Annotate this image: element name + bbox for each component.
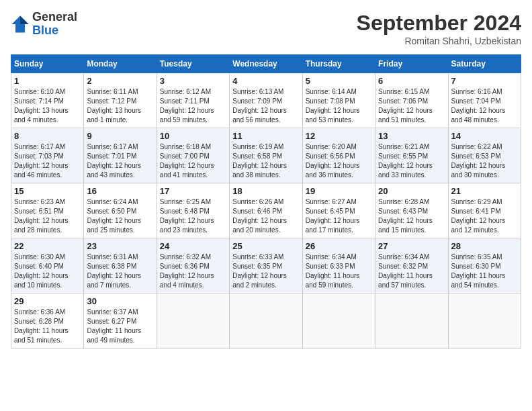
calendar-cell: 2Sunrise: 6:11 AMSunset: 7:12 PMDaylight… (84, 73, 157, 128)
day-detail: Sunrise: 6:31 AMSunset: 6:38 PMDaylight:… (87, 253, 153, 290)
day-number: 27 (378, 241, 445, 251)
day-number: 8 (14, 131, 81, 141)
calendar-header-friday: Friday (375, 55, 448, 73)
calendar-cell (448, 293, 521, 349)
calendar-header-wednesday: Wednesday (230, 55, 302, 73)
calendar-cell: 3Sunrise: 6:12 AMSunset: 7:11 PMDaylight… (157, 73, 229, 128)
day-detail: Sunrise: 6:20 AMSunset: 6:56 PMDaylight:… (306, 142, 372, 180)
title-block: September 2024 Romitan Shahri, Uzbekista… (357, 11, 521, 46)
day-number: 26 (306, 241, 372, 251)
calendar-header-saturday: Saturday (448, 55, 521, 73)
logo-general-text: General (32, 11, 77, 24)
day-number: 12 (306, 131, 372, 141)
calendar-header-tuesday: Tuesday (157, 55, 229, 73)
calendar-table: SundayMondayTuesdayWednesdayThursdayFrid… (11, 54, 521, 349)
calendar-cell: 16Sunrise: 6:24 AMSunset: 6:50 PMDayligh… (84, 183, 157, 238)
day-number: 23 (87, 241, 153, 251)
calendar-week-row: 1Sunrise: 6:10 AMSunset: 7:14 PMDaylight… (11, 73, 521, 128)
day-number: 7 (451, 76, 518, 86)
day-detail: Sunrise: 6:15 AMSunset: 7:06 PMDaylight:… (378, 87, 445, 125)
day-detail: Sunrise: 6:10 AMSunset: 7:14 PMDaylight:… (14, 87, 81, 125)
day-number: 11 (232, 131, 299, 141)
day-number: 3 (160, 76, 226, 86)
svg-marker-1 (20, 15, 29, 24)
day-detail: Sunrise: 6:16 AMSunset: 7:04 PMDaylight:… (451, 87, 518, 125)
calendar-cell: 27Sunrise: 6:34 AMSunset: 6:32 PMDayligh… (375, 238, 448, 293)
day-number: 1 (14, 76, 81, 86)
day-number: 5 (306, 76, 372, 86)
day-detail: Sunrise: 6:34 AMSunset: 6:33 PMDaylight:… (306, 253, 372, 290)
day-number: 4 (232, 76, 299, 86)
calendar-cell: 19Sunrise: 6:27 AMSunset: 6:45 PMDayligh… (302, 183, 375, 238)
calendar-cell: 17Sunrise: 6:25 AMSunset: 6:48 PMDayligh… (157, 183, 229, 238)
day-number: 24 (160, 241, 226, 251)
calendar-cell: 1Sunrise: 6:10 AMSunset: 7:14 PMDaylight… (11, 73, 84, 128)
day-detail: Sunrise: 6:17 AMSunset: 7:01 PMDaylight:… (87, 142, 153, 180)
calendar-cell (157, 293, 229, 349)
calendar-header-sunday: Sunday (11, 55, 84, 73)
day-detail: Sunrise: 6:14 AMSunset: 7:08 PMDaylight:… (306, 87, 372, 125)
logo-blue-text: Blue (32, 24, 77, 38)
day-number: 28 (451, 241, 518, 251)
day-detail: Sunrise: 6:37 AMSunset: 6:27 PMDaylight:… (87, 308, 153, 345)
day-detail: Sunrise: 6:17 AMSunset: 7:03 PMDaylight:… (14, 142, 81, 180)
day-number: 20 (378, 186, 445, 196)
calendar-cell: 28Sunrise: 6:35 AMSunset: 6:30 PMDayligh… (448, 238, 521, 293)
day-number: 18 (232, 186, 299, 196)
day-number: 14 (451, 131, 518, 141)
day-number: 25 (232, 241, 299, 251)
calendar-cell: 22Sunrise: 6:30 AMSunset: 6:40 PMDayligh… (11, 238, 84, 293)
calendar-cell: 8Sunrise: 6:17 AMSunset: 7:03 PMDaylight… (11, 128, 84, 183)
day-number: 22 (14, 241, 81, 251)
calendar-cell (302, 293, 375, 349)
calendar-header-thursday: Thursday (302, 55, 375, 73)
day-detail: Sunrise: 6:24 AMSunset: 6:50 PMDaylight:… (87, 197, 153, 235)
day-detail: Sunrise: 6:33 AMSunset: 6:35 PMDaylight:… (232, 253, 299, 290)
day-number: 29 (14, 296, 81, 306)
calendar-cell: 7Sunrise: 6:16 AMSunset: 7:04 PMDaylight… (448, 73, 521, 128)
calendar-week-row: 22Sunrise: 6:30 AMSunset: 6:40 PMDayligh… (11, 238, 521, 293)
day-number: 15 (14, 186, 81, 196)
day-detail: Sunrise: 6:35 AMSunset: 6:30 PMDaylight:… (451, 253, 518, 290)
calendar-cell: 9Sunrise: 6:17 AMSunset: 7:01 PMDaylight… (84, 128, 157, 183)
calendar-cell: 21Sunrise: 6:29 AMSunset: 6:41 PMDayligh… (448, 183, 521, 238)
day-detail: Sunrise: 6:11 AMSunset: 7:12 PMDaylight:… (87, 87, 153, 125)
calendar-cell: 20Sunrise: 6:28 AMSunset: 6:43 PMDayligh… (375, 183, 448, 238)
calendar-cell: 18Sunrise: 6:26 AMSunset: 6:46 PMDayligh… (230, 183, 302, 238)
day-detail: Sunrise: 6:27 AMSunset: 6:45 PMDaylight:… (306, 197, 372, 235)
calendar-cell: 5Sunrise: 6:14 AMSunset: 7:08 PMDaylight… (302, 73, 375, 128)
day-detail: Sunrise: 6:36 AMSunset: 6:28 PMDaylight:… (14, 308, 81, 345)
day-number: 10 (160, 131, 226, 141)
day-number: 19 (306, 186, 372, 196)
calendar-cell: 4Sunrise: 6:13 AMSunset: 7:09 PMDaylight… (230, 73, 302, 128)
calendar-cell: 15Sunrise: 6:23 AMSunset: 6:51 PMDayligh… (11, 183, 84, 238)
calendar-week-row: 29Sunrise: 6:36 AMSunset: 6:28 PMDayligh… (11, 293, 521, 349)
day-number: 6 (378, 76, 445, 86)
day-detail: Sunrise: 6:18 AMSunset: 7:00 PMDaylight:… (160, 142, 226, 180)
day-number: 13 (378, 131, 445, 141)
day-number: 21 (451, 186, 518, 196)
day-detail: Sunrise: 6:23 AMSunset: 6:51 PMDaylight:… (14, 197, 81, 235)
calendar-cell: 10Sunrise: 6:18 AMSunset: 7:00 PMDayligh… (157, 128, 229, 183)
calendar-cell: 30Sunrise: 6:37 AMSunset: 6:27 PMDayligh… (84, 293, 157, 349)
day-detail: Sunrise: 6:12 AMSunset: 7:11 PMDaylight:… (160, 87, 226, 125)
calendar-cell: 25Sunrise: 6:33 AMSunset: 6:35 PMDayligh… (230, 238, 302, 293)
day-number: 2 (87, 76, 153, 86)
day-detail: Sunrise: 6:32 AMSunset: 6:36 PMDaylight:… (160, 253, 226, 290)
calendar-cell (230, 293, 302, 349)
day-detail: Sunrise: 6:34 AMSunset: 6:32 PMDaylight:… (378, 253, 445, 290)
location-title: Romitan Shahri, Uzbekistan (357, 36, 521, 46)
day-number: 16 (87, 186, 153, 196)
calendar-cell: 26Sunrise: 6:34 AMSunset: 6:33 PMDayligh… (302, 238, 375, 293)
day-detail: Sunrise: 6:29 AMSunset: 6:41 PMDaylight:… (451, 197, 518, 235)
page-header: General Blue September 2024 Romitan Shah… (11, 11, 521, 46)
day-detail: Sunrise: 6:25 AMSunset: 6:48 PMDaylight:… (160, 197, 226, 235)
calendar-week-row: 15Sunrise: 6:23 AMSunset: 6:51 PMDayligh… (11, 183, 521, 238)
calendar-cell: 14Sunrise: 6:22 AMSunset: 6:53 PMDayligh… (448, 128, 521, 183)
month-title: September 2024 (357, 11, 521, 36)
calendar-cell: 12Sunrise: 6:20 AMSunset: 6:56 PMDayligh… (302, 128, 375, 183)
calendar-cell: 13Sunrise: 6:21 AMSunset: 6:55 PMDayligh… (375, 128, 448, 183)
calendar-cell: 29Sunrise: 6:36 AMSunset: 6:28 PMDayligh… (11, 293, 84, 349)
calendar-cell: 6Sunrise: 6:15 AMSunset: 7:06 PMDaylight… (375, 73, 448, 128)
day-number: 17 (160, 186, 226, 196)
